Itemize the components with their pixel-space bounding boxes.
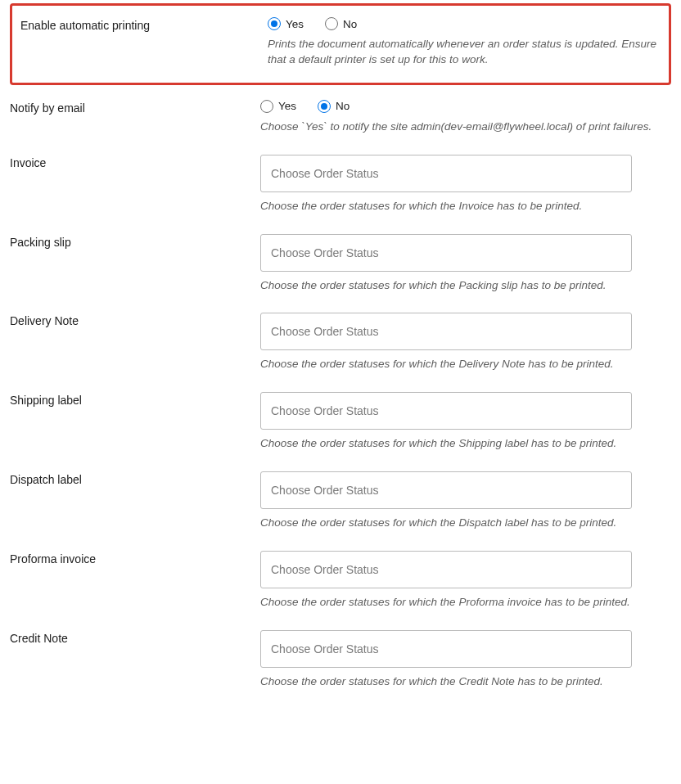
invoice-desc: Choose the order statuses for which the … xyxy=(260,199,671,214)
shipping-status-select[interactable]: Choose Order Status xyxy=(260,392,632,430)
enable-printing-yes-radio[interactable]: Yes xyxy=(268,17,304,30)
radio-off-icon xyxy=(325,17,338,30)
proforma-desc: Choose the order statuses for which the … xyxy=(260,595,671,611)
delivery-desc: Choose the order statuses for which the … xyxy=(260,357,671,372)
proforma-field: Choose Order Status Choose the order sta… xyxy=(260,551,671,611)
radio-on-icon xyxy=(318,100,331,113)
notify-email-desc: Choose `Yes` to notify the site admin(de… xyxy=(260,119,671,135)
radio-on-icon xyxy=(268,17,281,30)
packing-field: Choose Order Status Choose the order sta… xyxy=(260,234,671,294)
enable-auto-printing-desc: Prints the document automatically whenev… xyxy=(268,37,664,68)
notify-email-radios: Yes No xyxy=(260,100,671,113)
proforma-row: Proforma invoice Choose Order Status Cho… xyxy=(10,543,671,622)
enable-printing-no-radio[interactable]: No xyxy=(325,17,357,30)
enable-auto-printing-row: Enable automatic printing Yes No Prints … xyxy=(17,17,664,68)
notify-email-yes-radio[interactable]: Yes xyxy=(260,100,296,113)
enable-auto-printing-highlight: Enable automatic printing Yes No Prints … xyxy=(10,3,671,85)
settings-form: Enable automatic printing Yes No Prints … xyxy=(0,3,681,718)
enable-auto-printing-radios: Yes No xyxy=(268,17,664,30)
credit-row: Credit Note Choose Order Status Choose t… xyxy=(10,622,671,701)
dispatch-row: Dispatch label Choose Order Status Choos… xyxy=(10,463,671,543)
notify-email-no-radio[interactable]: No xyxy=(318,100,350,113)
proforma-label: Proforma invoice xyxy=(10,551,260,611)
dispatch-field: Choose Order Status Choose the order sta… xyxy=(260,471,671,531)
delivery-label: Delivery Note xyxy=(10,313,260,372)
notify-email-row: Notify by email Yes No Choose `Yes` to n… xyxy=(10,92,671,146)
notify-email-no-label: No xyxy=(336,100,350,112)
dispatch-status-select[interactable]: Choose Order Status xyxy=(260,471,632,509)
dispatch-label: Dispatch label xyxy=(10,471,260,531)
invoice-field: Choose Order Status Choose the order sta… xyxy=(260,155,671,214)
enable-auto-printing-label: Enable automatic printing xyxy=(17,17,268,68)
shipping-label: Shipping label xyxy=(10,392,260,452)
notify-email-field: Yes No Choose `Yes` to notify the site a… xyxy=(260,100,671,135)
shipping-row: Shipping label Choose Order Status Choos… xyxy=(10,384,671,463)
invoice-label: Invoice xyxy=(10,155,260,214)
enable-printing-yes-label: Yes xyxy=(286,18,304,30)
proforma-status-select[interactable]: Choose Order Status xyxy=(260,551,632,588)
invoice-row: Invoice Choose Order Status Choose the o… xyxy=(10,146,671,226)
packing-row: Packing slip Choose Order Status Choose … xyxy=(10,226,671,305)
enable-printing-no-label: No xyxy=(343,18,357,30)
credit-field: Choose Order Status Choose the order sta… xyxy=(260,630,671,690)
delivery-row: Delivery Note Choose Order Status Choose… xyxy=(10,304,671,384)
shipping-desc: Choose the order statuses for which the … xyxy=(260,436,671,452)
delivery-field: Choose Order Status Choose the order sta… xyxy=(260,313,671,372)
credit-desc: Choose the order statuses for which the … xyxy=(260,674,671,690)
packing-label: Packing slip xyxy=(10,234,260,294)
enable-auto-printing-field: Yes No Prints the document automatically… xyxy=(268,17,664,68)
radio-off-icon xyxy=(260,100,273,113)
notify-email-label: Notify by email xyxy=(10,100,260,135)
packing-desc: Choose the order statuses for which the … xyxy=(260,278,671,294)
packing-status-select[interactable]: Choose Order Status xyxy=(260,234,632,272)
dispatch-desc: Choose the order statuses for which the … xyxy=(260,516,671,531)
credit-status-select[interactable]: Choose Order Status xyxy=(260,630,632,668)
shipping-field: Choose Order Status Choose the order sta… xyxy=(260,392,671,452)
notify-email-yes-label: Yes xyxy=(278,100,296,112)
invoice-status-select[interactable]: Choose Order Status xyxy=(260,155,632,192)
credit-label: Credit Note xyxy=(10,630,260,690)
delivery-status-select[interactable]: Choose Order Status xyxy=(260,313,632,350)
